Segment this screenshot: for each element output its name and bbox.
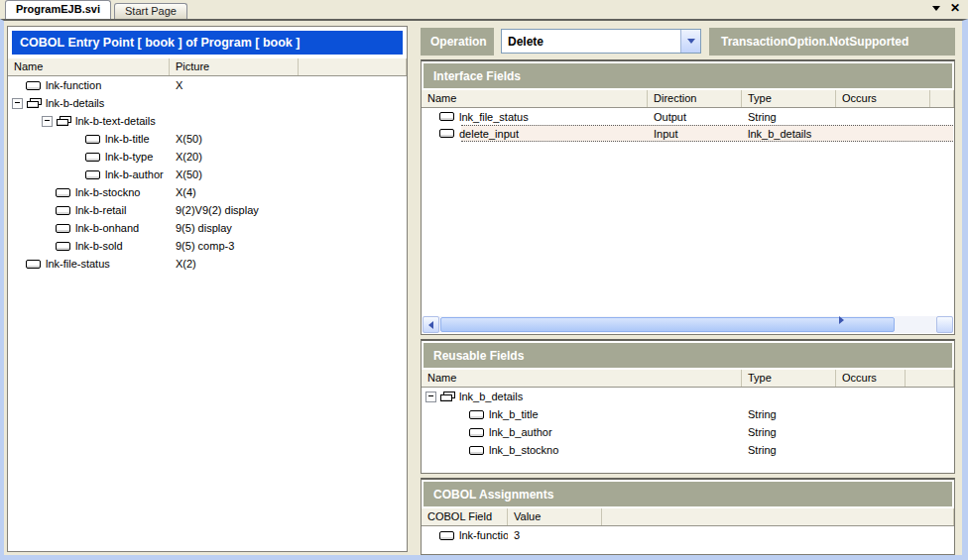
horizontal-scrollbar[interactable]: [423, 316, 953, 333]
reusable-fields-column-header: NameTypeOccurs: [422, 370, 954, 388]
cell-picture: X(2): [170, 255, 299, 273]
column-header-filler: [930, 90, 954, 107]
cell-name: lnk-b-details: [8, 94, 170, 112]
row-label: lnk-b-author: [105, 168, 164, 180]
cell-name: lnk-b-stockno: [8, 183, 170, 201]
operation-select[interactable]: Delete: [501, 29, 701, 54]
cell-occurs: [836, 441, 906, 459]
column-header-type: Type: [742, 370, 836, 387]
arrow-right-icon: [839, 316, 844, 324]
cell-picture: X: [170, 76, 299, 94]
scrollbar-thumb[interactable]: [440, 317, 895, 332]
row-label: lnk_b_stockno: [489, 444, 558, 456]
table-row[interactable]: lnk-function3: [422, 526, 954, 544]
row-label: lnk-b-onhand: [75, 222, 139, 234]
cell-name: lnk-b-sold: [8, 237, 170, 255]
cell-filler: [299, 76, 407, 94]
cell-filler: [299, 112, 407, 130]
cell-occurs: [836, 405, 906, 423]
field-icon: [85, 153, 100, 162]
cell-name: lnk-function: [8, 76, 170, 94]
row-label: lnk-function: [459, 529, 508, 541]
combo-dropdown-button[interactable]: [680, 30, 700, 53]
reusable-fields-panel: Reusable Fields NameTypeOccurs lnk_b_det…: [421, 339, 955, 474]
cell-name: lnk-b-onhand: [8, 219, 170, 237]
chevron-down-icon: [687, 39, 695, 44]
cell-filler: [299, 201, 407, 219]
cell-name: lnk_b_details: [422, 388, 742, 405]
tab-start-page[interactable]: Start Page: [114, 3, 187, 19]
table-row[interactable]: lnk_file_statusOutputString: [422, 108, 954, 125]
column-header-name: Name: [422, 370, 742, 387]
cell-name: lnk_b_author: [422, 423, 742, 441]
editor-window: COBOL Entry Point [ book ] of Program [ …: [0, 19, 968, 560]
table-row[interactable]: lnk-b-onhand9(5) display: [8, 219, 407, 237]
reusable-fields-tree: lnk_b_detailslnk_b_titleStringlnk_b_auth…: [422, 388, 954, 459]
table-row[interactable]: lnk_b_details: [422, 388, 954, 405]
table-row[interactable]: lnk-b-titleX(50): [8, 130, 407, 148]
cell-type: String: [742, 423, 836, 441]
table-row[interactable]: lnk-b-authorX(50): [8, 166, 407, 183]
scroll-right-button[interactable]: [936, 316, 953, 333]
cell-name: lnk-b-text-details: [8, 112, 170, 130]
expander-minus-icon[interactable]: [42, 116, 53, 127]
view-menu-icon[interactable]: [932, 6, 940, 11]
column-header-occurs: Occurs: [836, 90, 930, 107]
group-field-icon: [57, 116, 71, 127]
cell-filler: [299, 237, 407, 255]
cell-occurs: [836, 125, 930, 142]
cell-picture: 9(2)V9(2) display: [170, 201, 299, 219]
cell-filler: [299, 255, 407, 273]
row-label: lnk-b-stockno: [75, 186, 140, 198]
reusable-fields-header: Reusable Fields: [424, 343, 952, 368]
interface-fields-table: lnk_file_statusOutputStringdelete_inputI…: [422, 108, 954, 142]
row-label: lnk-function: [46, 79, 101, 91]
cell-type: [742, 388, 836, 405]
row-label: lnk_b_title: [489, 408, 539, 420]
table-row[interactable]: lnk-functionX: [8, 76, 407, 94]
column-header-picture: Picture: [170, 58, 299, 75]
table-row[interactable]: lnk-b-typeX(20): [8, 148, 407, 166]
cell-picture: X(50): [170, 130, 299, 148]
table-row[interactable]: lnk-b-stocknoX(4): [8, 183, 407, 201]
cell-type: String: [742, 441, 836, 459]
field-icon: [85, 135, 100, 144]
field-icon: [56, 224, 70, 233]
cell-filler: [299, 219, 407, 237]
cell-filler: [299, 94, 407, 112]
column-header-name: Name: [422, 90, 648, 107]
column-header-direction: Direction: [648, 90, 742, 107]
table-row[interactable]: lnk-b-retail9(2)V9(2) display: [8, 201, 407, 219]
row-label: lnk_b_details: [459, 391, 523, 402]
row-label: lnk_b_author: [489, 426, 552, 438]
expander-minus-icon[interactable]: [425, 392, 436, 402]
cell-occurs: [836, 108, 930, 125]
tab-programejb-svi[interactable]: ProgramEJB.svi: [5, 0, 111, 19]
cell-filler: [602, 526, 954, 544]
table-row[interactable]: lnk-file-statusX(2): [8, 255, 407, 273]
table-row[interactable]: lnk_b_stocknoString: [422, 441, 954, 459]
expander-minus-icon[interactable]: [12, 98, 23, 109]
table-row[interactable]: lnk_b_authorString: [422, 423, 954, 441]
interface-fields-header: Interface Fields: [424, 63, 952, 88]
cell-picture: 9(5) display: [170, 219, 299, 237]
operation-label: Operation: [421, 28, 494, 56]
cobol-entry-point-pane: COBOL Entry Point [ book ] of Program [ …: [7, 26, 408, 552]
table-row[interactable]: lnk_b_titleString: [422, 405, 954, 423]
field-icon: [469, 428, 484, 437]
scroll-left-button[interactable]: [423, 316, 439, 333]
table-row[interactable]: delete_inputInputlnk_b_details: [422, 125, 954, 142]
group-field-icon: [27, 98, 42, 109]
operation-selected-value: Delete: [508, 35, 544, 49]
field-icon: [26, 81, 41, 90]
close-icon[interactable]: ✕: [950, 2, 960, 14]
cell-occurs: [836, 423, 906, 441]
cobol-assignments-column-header: COBOL FieldValue: [422, 508, 954, 526]
table-row[interactable]: lnk-b-text-details: [8, 112, 407, 130]
cell-name: lnk-file-status: [8, 255, 170, 273]
cell-name: lnk-b-title: [8, 130, 170, 148]
cell-filler: [930, 108, 954, 125]
table-row[interactable]: lnk-b-sold9(5) comp-3: [8, 237, 407, 255]
transaction-option-badge: TransactionOption.NotSupported: [709, 28, 955, 56]
table-row[interactable]: lnk-b-details: [8, 94, 407, 112]
